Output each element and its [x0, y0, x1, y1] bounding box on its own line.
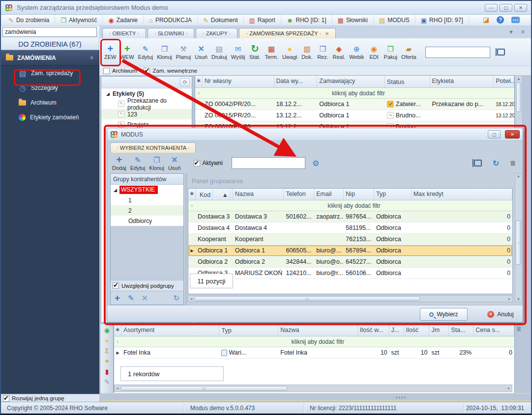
items-horizontal-scrollbar[interactable]: ◂ ||| ▸ — [114, 385, 512, 392]
toolbar-button[interactable]: ✉ Wyślij — [229, 44, 247, 61]
filter-row[interactable]: ♀ kliknij aby dodać filtr — [114, 336, 514, 347]
refresh-groups-icon[interactable]: ↻ — [173, 294, 179, 302]
column-header[interactable]: Cena s... — [473, 325, 514, 336]
select-mode-icon[interactable] — [497, 49, 505, 55]
toolbar-button[interactable]: ⚒ Planuj — [174, 44, 193, 61]
side-toolbar-icon[interactable]: ◉ — [104, 327, 110, 333]
menu-item[interactable]: ☻ RHO [ID: 1] — [281, 15, 332, 26]
document-tab[interactable]: · ZAMÓWIENIA SPRZEDAŻY · ✕ — [239, 28, 336, 38]
column-header[interactable]: Ilość w... — [358, 325, 389, 336]
horizontal-splitter[interactable]: •••• — [101, 394, 532, 401]
zam-wewnetrzne-checkbox[interactable] — [144, 68, 150, 74]
quick-search-input[interactable] — [2, 27, 97, 37]
scrollbar-thumb[interactable]: ≡ — [516, 221, 521, 265]
table-row[interactable]: Odbiorca 1 Odbiorca 1 606505... biuro@..… — [188, 245, 512, 256]
table-row[interactable]: Fotel Inka Wari... Fotel Inka 10 szt 10 … — [114, 347, 514, 359]
column-chooser-icon[interactable]: ≣ — [516, 326, 521, 332]
scroll-left-icon[interactable]: ◂ — [188, 297, 194, 301]
expand-one-group-checkbox[interactable] — [3, 395, 9, 402]
toolbar-button[interactable]: ▦ Term. — [263, 44, 280, 61]
groups-tree-root[interactable]: ◢ WSZYSTKIE — [111, 185, 183, 195]
table-row[interactable]: Odbiorca 3 MARIUSZ OKOŃ 124210... biuro@… — [188, 268, 512, 279]
column-header[interactable]: Potwi... — [494, 76, 514, 87]
scrollbar-thumb[interactable] — [516, 83, 521, 112]
gear-icon[interactable]: ⚙ — [312, 159, 319, 168]
sidebar-group-header[interactable]: ZAMÓWIENIA « — [1, 50, 99, 66]
toolbar-button[interactable]: × Usuń — [193, 44, 209, 61]
table-row[interactable]: Dostawca 3 Dostawca 3 501602... zaopatrz… — [188, 211, 512, 222]
document-tab[interactable]: · SŁOWNIKI · ✕ — [148, 28, 194, 38]
document-tab[interactable]: · OBIEKTY · ✕ — [102, 28, 146, 38]
dialog-tab[interactable]: · WYBIERZ KONTRAHENTA · — [110, 142, 196, 153]
column-header[interactable]: Typ — [374, 189, 412, 200]
column-header[interactable]: Asortyment — [121, 325, 219, 336]
dialog-vertical-scrollbar[interactable]: ▲≡▼ — [515, 173, 522, 302]
sidebar-item[interactable]: Etykiety zamówień — [1, 110, 99, 125]
toolbar-button[interactable]: ● Uwagi — [280, 44, 299, 61]
minimize-button[interactable]: — — [485, 4, 498, 12]
toolbar-button[interactable]: ❐ Rez. — [315, 44, 330, 61]
column-chooser-icon[interactable]: ≣ — [510, 159, 516, 167]
archiwum-checkbox[interactable] — [103, 68, 110, 74]
scrollbar-thumb[interactable]: ||| — [120, 386, 288, 391]
column-header[interactable]: Max kredyt — [412, 189, 512, 200]
vertical-splitter[interactable] — [185, 173, 187, 305]
menu-item[interactable]: ✎ Do zrobienia — [3, 15, 55, 26]
toolbar-button[interactable]: ◉ EDI — [366, 44, 382, 61]
menu-item[interactable]: ▣ RHO [ID: 97] — [415, 15, 469, 26]
side-toolbar-icon[interactable]: ✦ — [104, 358, 110, 364]
column-header[interactable]: Etykieta — [430, 76, 494, 87]
toolbar-button[interactable]: ❐ Klonuj — [147, 155, 166, 172]
menu-item[interactable]: ▦ Słowniki — [332, 15, 374, 26]
menu-item[interactable]: ⌂ PRODUKCJA — [144, 15, 198, 26]
collapse-chevron-icon[interactable]: « — [89, 56, 96, 59]
column-header[interactable]: Ilość — [404, 325, 430, 336]
refresh-icon[interactable]: ↻ — [493, 159, 499, 168]
column-header[interactable]: Sta... — [449, 325, 473, 336]
column-header[interactable]: Jm — [429, 325, 449, 336]
add-group-button[interactable]: + — [115, 293, 120, 303]
maximize-button[interactable]: ▢ — [500, 4, 512, 12]
menu-item[interactable]: ✎ Dokument — [198, 15, 244, 26]
orders-search-input[interactable] — [425, 47, 490, 58]
table-row[interactable]: Odbiorca 2 Odbiorca 2 342844... biuro@o.… — [188, 256, 512, 268]
delete-group-button[interactable]: × — [142, 293, 148, 303]
table-row[interactable]: Kooperant Kooperant 762153... Odbiorca 0 — [188, 234, 512, 245]
table-row[interactable]: ZO 00015/PR/20... 13.12.2... Odbiorca 1 … — [195, 110, 514, 121]
column-header[interactable]: Data wy... — [274, 76, 318, 87]
toolbar-button[interactable]: ▤ Drukuj — [209, 44, 229, 61]
close-button[interactable]: ✕ — [514, 4, 527, 12]
expander-icon[interactable]: ◢ — [114, 188, 117, 193]
toolbar-button[interactable]: + WEW — [118, 44, 136, 61]
toolbar-button[interactable]: + ZEW — [102, 44, 118, 61]
sidebar-item[interactable]: ▤ Zam. sprzedaży — [1, 66, 99, 81]
refresh-icon[interactable]: ⟳ — [180, 78, 190, 86]
scroll-right-icon[interactable]: ▸ — [506, 386, 512, 390]
wybierz-button[interactable]: Wybierz — [420, 308, 468, 321]
column-header[interactable]: Nazwa — [233, 189, 284, 200]
dialog-close-button[interactable]: ✕ — [505, 130, 520, 138]
column-header[interactable]: Status — [385, 76, 430, 87]
toolbar-button[interactable]: ◆ Real. — [330, 44, 347, 61]
menu-item[interactable]: ▥ Raport — [244, 15, 281, 26]
sidebar-item[interactable]: Archiwum — [1, 95, 99, 110]
toolbar-button[interactable]: ⊕ Webik — [347, 44, 366, 61]
group-tree-item[interactable]: 1 — [111, 195, 183, 205]
help-icon[interactable]: ? — [497, 16, 504, 24]
filter-row[interactable]: ♀ kliknij aby dodać filtr — [195, 88, 514, 99]
document-tab[interactable]: · ZAKUPY · ✕ — [196, 28, 237, 38]
select-mode-icon[interactable] — [474, 160, 482, 166]
column-header[interactable]: Telefon — [284, 189, 314, 200]
expander-icon[interactable]: ◢ — [106, 91, 110, 96]
scrollbar-thumb[interactable]: ||| — [194, 296, 420, 301]
toolbar-button[interactable]: + Dodaj — [110, 155, 128, 172]
side-toolbar-icon[interactable]: Σ — [105, 348, 109, 354]
column-header[interactable]: Nip — [344, 189, 374, 200]
toolbar-button[interactable]: ▰ Oferta — [399, 44, 418, 61]
splitter-grip[interactable]: •••• — [396, 395, 407, 400]
menu-item[interactable]: ▤ MODUS — [374, 15, 415, 26]
tabstrip-close-icon[interactable]: ✕ — [521, 29, 525, 35]
scroll-right-icon[interactable]: ▸ — [506, 297, 512, 301]
column-header[interactable]: Email — [314, 189, 344, 200]
filter-row[interactable]: ♀ kliknij aby dodać filtr — [188, 200, 512, 211]
